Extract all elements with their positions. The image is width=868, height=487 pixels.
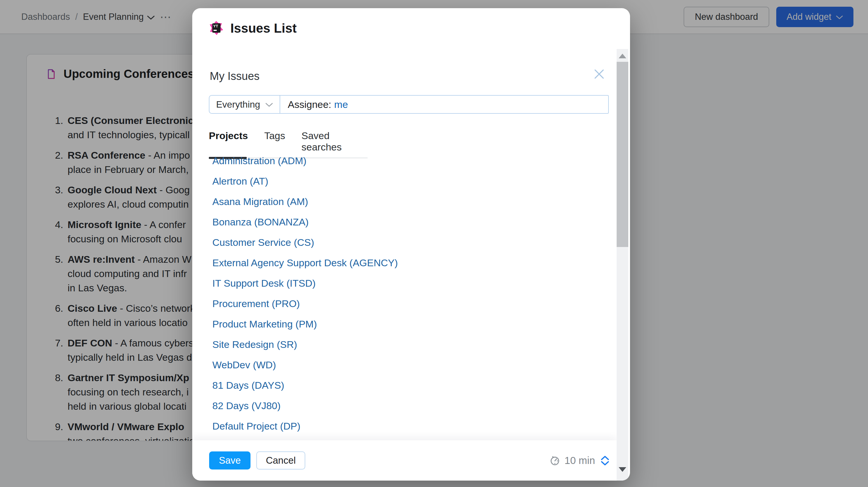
filter-row: Everything Assignee: me: [209, 95, 609, 114]
project-link[interactable]: Administration (ADM): [212, 150, 398, 171]
project-link[interactable]: WebDev (WD): [212, 354, 398, 375]
search-query-input[interactable]: Assignee: me: [280, 95, 609, 114]
scope-dropdown[interactable]: Everything: [209, 95, 280, 114]
project-link[interactable]: Asana Migration (AM): [212, 191, 398, 212]
scroll-down-arrow-icon[interactable]: [619, 467, 626, 472]
chevron-down-icon[interactable]: [601, 461, 609, 465]
widget-name-value: My Issues: [210, 70, 259, 83]
query-value: me: [334, 99, 348, 110]
modal-title: Issues List: [230, 21, 297, 35]
project-link[interactable]: Default Project (DP): [212, 416, 398, 436]
close-icon[interactable]: [593, 68, 605, 80]
modal-scrollbar[interactable]: [617, 49, 628, 481]
interval-stepper[interactable]: [601, 456, 609, 465]
project-link[interactable]: IT Support Desk (ITSD): [212, 273, 398, 293]
modal-header: YT Issues List: [209, 21, 297, 35]
project-link[interactable]: Bonanza (BONANZA): [212, 212, 398, 232]
scope-dropdown-value: Everything: [216, 99, 260, 110]
tab-projects[interactable]: Projects: [209, 130, 248, 153]
project-link[interactable]: 81 Days (DAYS): [212, 375, 398, 395]
query-label: Assignee:: [288, 99, 331, 110]
project-link[interactable]: Product Marketing (PM): [212, 314, 398, 334]
project-link[interactable]: Alertron (AT): [212, 171, 398, 191]
timer-clock-icon: [549, 455, 560, 466]
project-link[interactable]: Procurement (PRO): [212, 293, 398, 314]
project-link[interactable]: Site Redesign (SR): [212, 334, 398, 354]
chevron-down-icon: [265, 103, 273, 107]
tab-tags[interactable]: Tags: [264, 130, 285, 153]
refresh-interval-control: 10 min: [549, 455, 609, 466]
issues-list-widget-modal: YT Issues List My Issues Everything Assi…: [192, 8, 630, 481]
youtrack-logo-icon: YT: [209, 21, 223, 35]
cancel-button[interactable]: Cancel: [256, 452, 305, 469]
project-link[interactable]: 82 Days (VJ80): [212, 395, 398, 416]
modal-footer: Save Cancel 10 min: [192, 440, 617, 481]
save-button[interactable]: Save: [209, 452, 250, 469]
refresh-interval-value: 10 min: [564, 455, 595, 466]
project-list: Administration (ADM)Alertron (AT)Asana M…: [212, 150, 398, 436]
chevron-up-icon[interactable]: [601, 456, 609, 460]
tab-saved-searches[interactable]: Saved searches: [302, 130, 368, 153]
scroll-up-arrow-icon[interactable]: [619, 54, 626, 58]
project-link[interactable]: External Agency Support Desk (AGENCY): [212, 253, 398, 273]
screen: Dashboards / Event Planning ⋯ New dashbo…: [0, 0, 868, 487]
scrollbar-thumb[interactable]: [617, 62, 628, 247]
project-link[interactable]: Customer Service (CS): [212, 232, 398, 253]
svg-text:YT: YT: [213, 24, 218, 28]
